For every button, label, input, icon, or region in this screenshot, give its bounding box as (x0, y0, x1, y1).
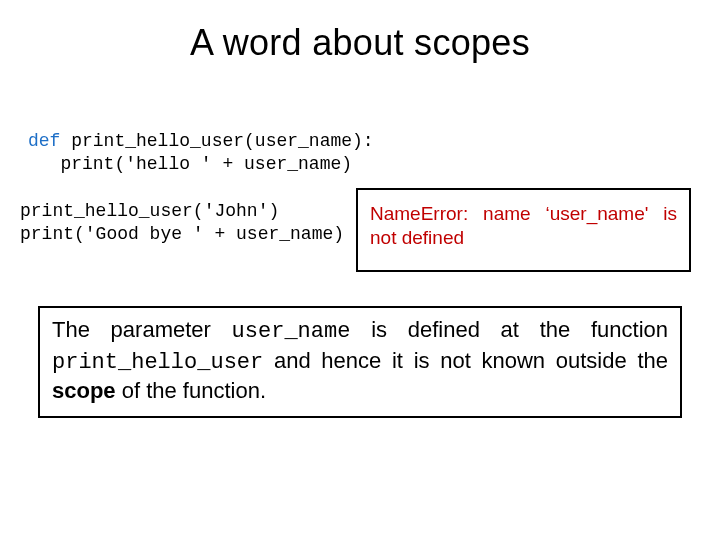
explanation-box: The parameter user_name is defined at th… (38, 306, 682, 418)
slide-title: A word about scopes (0, 22, 720, 64)
explain-mono2: print_hello_user (52, 350, 263, 375)
keyword-def: def (28, 131, 60, 151)
explain-mono1: user_name (232, 319, 351, 344)
code-calls: print_hello_user('John') print('Good bye… (20, 200, 344, 245)
explain-t3: and hence it is not known outside the (263, 348, 668, 373)
code-call-1: print_hello_user('John') (20, 201, 279, 221)
explain-t1: The parameter (52, 317, 232, 342)
explain-t2: is defined at the function (350, 317, 668, 342)
explain-t4: of the function. (116, 378, 266, 403)
code-def-rest: print_hello_user(user_name): (60, 131, 373, 151)
code-function-def: def print_hello_user(user_name): print('… (28, 130, 374, 175)
code-call-2: print('Good bye ' + user_name) (20, 224, 344, 244)
explain-bold: scope (52, 378, 116, 403)
error-box: NameError: name ‘user_name' is not defin… (356, 188, 691, 272)
code-def-body: print('hello ' + user_name) (28, 154, 352, 174)
